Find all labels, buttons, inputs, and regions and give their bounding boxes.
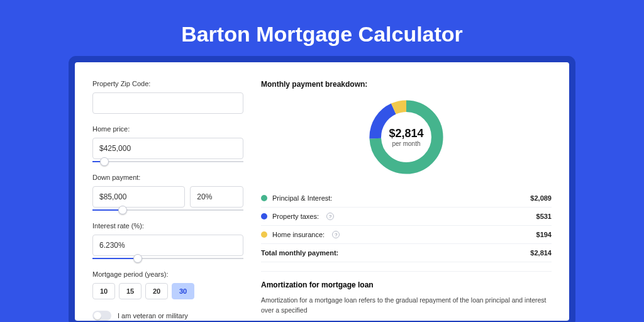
down-amount-input[interactable]	[92, 186, 185, 208]
period-buttons: 10 15 20 30	[92, 283, 243, 299]
period-label: Mortgage period (years):	[92, 270, 243, 278]
help-icon[interactable]: ?	[332, 231, 340, 238]
dot-icon	[261, 213, 267, 219]
donut-sub: per month	[392, 140, 420, 147]
amort-text: Amortization for a mortgage loan refers …	[261, 296, 552, 316]
period-20[interactable]: 20	[145, 283, 168, 299]
price-input[interactable]	[92, 138, 243, 159]
donut-chart: $2,814 per month	[261, 96, 552, 178]
legend-pi-value: $2,089	[530, 194, 552, 202]
down-field: Down payment:	[92, 174, 243, 211]
down-slider[interactable]	[92, 209, 243, 211]
price-field: Home price:	[92, 125, 243, 162]
breakdown-panel: Monthly payment breakdown: $2,814 per mo…	[261, 80, 552, 321]
amortization-section: Amortization for mortgage loan Amortizat…	[261, 271, 552, 316]
breakdown-title: Monthly payment breakdown:	[261, 80, 552, 89]
legend-pi: Principal & Interest: $2,089	[261, 189, 552, 208]
legend-pi-label: Principal & Interest:	[272, 194, 332, 202]
rate-input[interactable]	[92, 235, 243, 256]
price-label: Home price:	[92, 125, 243, 133]
legend-tax: Property taxes: ? $531	[261, 208, 552, 226]
legend-total-value: $2,814	[530, 249, 552, 257]
zip-label: Property Zip Code:	[92, 80, 243, 87]
rate-field: Interest rate (%):	[92, 222, 243, 259]
price-slider[interactable]	[92, 161, 243, 162]
period-15[interactable]: 15	[119, 283, 142, 299]
inputs-panel: Property Zip Code: Home price: Down paym…	[92, 80, 243, 321]
rate-label: Interest rate (%):	[92, 222, 243, 230]
help-icon[interactable]: ?	[326, 213, 334, 220]
legend-ins: Home insurance: ? $194	[261, 226, 552, 244]
dot-icon	[261, 195, 267, 201]
veteran-toggle[interactable]	[92, 311, 111, 321]
rate-slider[interactable]	[92, 258, 243, 259]
legend-tax-label: Property taxes:	[272, 213, 319, 220]
veteran-label: I am veteran or military	[118, 312, 188, 319]
page-title: Barton Mortgage Calculator	[0, 0, 644, 62]
legend-ins-label: Home insurance:	[272, 231, 325, 238]
period-field: Mortgage period (years): 10 15 20 30	[92, 270, 243, 299]
zip-input[interactable]	[92, 92, 243, 114]
amort-title: Amortization for mortgage loan	[261, 280, 552, 289]
donut-center: $2,814 per month	[365, 96, 447, 178]
zip-field: Property Zip Code:	[92, 80, 243, 114]
down-pct-input[interactable]	[190, 186, 243, 208]
legend-total: Total monthly payment: $2,814	[261, 244, 552, 262]
period-10[interactable]: 10	[92, 283, 115, 299]
donut-value: $2,814	[389, 127, 423, 140]
legend-ins-value: $194	[536, 231, 552, 238]
down-label: Down payment:	[92, 174, 243, 181]
period-30[interactable]: 30	[172, 283, 194, 299]
legend-tax-value: $531	[536, 213, 552, 220]
legend-total-label: Total monthly payment:	[261, 249, 338, 257]
dot-icon	[261, 231, 267, 238]
calculator-card: Property Zip Code: Home price: Down paym…	[75, 62, 569, 321]
veteran-row: I am veteran or military	[92, 311, 243, 321]
